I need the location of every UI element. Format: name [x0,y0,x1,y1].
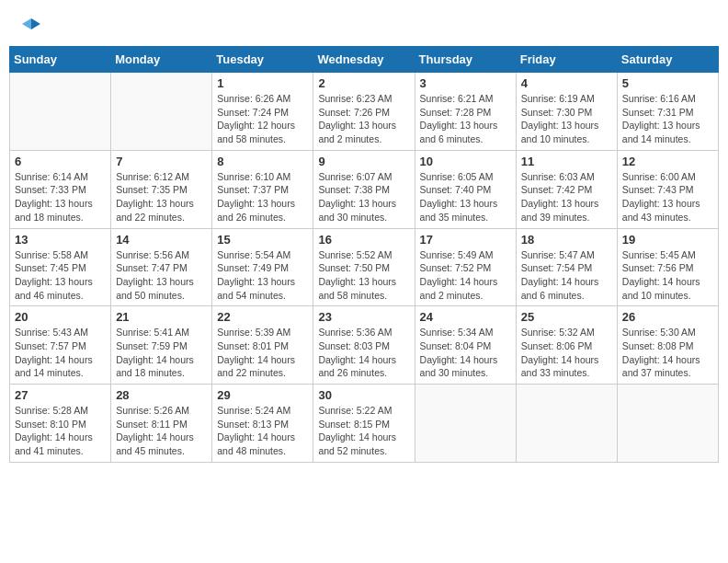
day-cell: 29Sunrise: 5:24 AMSunset: 8:13 PMDayligh… [212,385,313,463]
day-info: Sunrise: 5:34 AMSunset: 8:04 PMDaylight:… [420,326,511,380]
day-cell: 30Sunrise: 5:22 AMSunset: 8:15 PMDayligh… [313,385,415,463]
day-info: Sunrise: 5:26 AMSunset: 8:11 PMDaylight:… [116,404,207,458]
week-row-2: 6Sunrise: 6:14 AMSunset: 7:33 PMDaylight… [10,150,719,228]
day-cell: 22Sunrise: 5:39 AMSunset: 8:01 PMDayligh… [212,306,313,385]
day-cell: 8Sunrise: 6:10 AMSunset: 7:37 PMDaylight… [212,150,313,228]
day-info: Sunrise: 6:26 AMSunset: 7:24 PMDaylight:… [217,92,308,146]
day-number: 23 [318,310,409,324]
day-cell: 20Sunrise: 5:43 AMSunset: 7:57 PMDayligh… [10,306,111,385]
day-number: 12 [622,155,713,168]
day-cell: 28Sunrise: 5:26 AMSunset: 8:11 PMDayligh… [111,385,212,463]
calendar: SundayMondayTuesdayWednesdayThursdayFrid… [9,46,719,463]
day-number: 24 [420,310,511,324]
day-number: 27 [15,388,106,402]
day-cell: 2Sunrise: 6:23 AMSunset: 7:26 PMDaylight… [313,73,415,151]
day-info: Sunrise: 5:43 AMSunset: 7:57 PMDaylight:… [15,326,106,380]
weekday-header-wednesday: Wednesday [313,47,415,73]
weekday-header-sunday: Sunday [10,47,111,73]
day-number: 10 [420,155,511,168]
day-cell: 19Sunrise: 5:45 AMSunset: 7:56 PMDayligh… [617,228,718,306]
day-info: Sunrise: 5:54 AMSunset: 7:49 PMDaylight:… [217,248,308,303]
day-cell: 3Sunrise: 6:21 AMSunset: 7:28 PMDaylight… [415,73,516,151]
day-info: Sunrise: 6:00 AMSunset: 7:43 PMDaylight:… [622,170,713,224]
week-row-4: 20Sunrise: 5:43 AMSunset: 7:57 PMDayligh… [10,306,719,385]
day-info: Sunrise: 6:05 AMSunset: 7:40 PMDaylight:… [420,170,511,224]
day-number: 7 [116,155,207,168]
day-cell [617,385,718,463]
weekday-header-tuesday: Tuesday [212,47,313,73]
day-number: 8 [217,155,308,168]
day-info: Sunrise: 5:41 AMSunset: 7:59 PMDaylight:… [116,326,207,380]
svg-marker-0 [31,18,40,29]
day-cell: 1Sunrise: 6:26 AMSunset: 7:24 PMDaylight… [212,73,313,151]
day-number: 29 [217,388,308,402]
day-cell: 17Sunrise: 5:49 AMSunset: 7:52 PMDayligh… [415,228,516,306]
day-number: 11 [521,155,612,168]
day-number: 22 [217,310,308,324]
day-number: 2 [318,76,409,90]
day-cell: 21Sunrise: 5:41 AMSunset: 7:59 PMDayligh… [111,306,212,385]
day-cell [111,73,212,151]
weekday-header-monday: Monday [111,47,212,73]
day-number: 6 [15,155,106,168]
day-number: 21 [116,310,207,324]
day-number: 26 [622,310,713,324]
day-cell: 6Sunrise: 6:14 AMSunset: 7:33 PMDaylight… [10,150,111,228]
day-number: 3 [420,76,511,90]
day-number: 18 [521,233,612,247]
day-number: 17 [420,233,511,247]
day-number: 28 [116,388,207,402]
weekday-header-thursday: Thursday [415,47,516,73]
day-cell: 13Sunrise: 5:58 AMSunset: 7:45 PMDayligh… [10,228,111,306]
day-number: 9 [318,155,409,168]
day-info: Sunrise: 5:49 AMSunset: 7:52 PMDaylight:… [420,248,511,303]
day-cell: 18Sunrise: 5:47 AMSunset: 7:54 PMDayligh… [516,228,617,306]
day-info: Sunrise: 6:23 AMSunset: 7:26 PMDaylight:… [318,92,409,146]
day-number: 5 [622,76,713,90]
day-cell: 5Sunrise: 6:16 AMSunset: 7:31 PMDaylight… [617,73,718,151]
day-cell [516,385,617,463]
day-number: 14 [116,233,207,247]
day-info: Sunrise: 6:10 AMSunset: 7:37 PMDaylight:… [217,170,308,224]
day-info: Sunrise: 6:21 AMSunset: 7:28 PMDaylight:… [420,92,511,146]
day-cell: 10Sunrise: 6:05 AMSunset: 7:40 PMDayligh… [415,150,516,228]
day-info: Sunrise: 5:22 AMSunset: 8:15 PMDaylight:… [318,404,409,458]
day-number: 13 [15,233,106,247]
day-info: Sunrise: 5:36 AMSunset: 8:03 PMDaylight:… [318,326,409,380]
weekday-header-friday: Friday [516,47,617,73]
day-number: 20 [15,310,106,324]
day-info: Sunrise: 5:56 AMSunset: 7:47 PMDaylight:… [116,248,207,303]
day-info: Sunrise: 6:14 AMSunset: 7:33 PMDaylight:… [15,170,106,224]
day-number: 16 [318,233,409,247]
day-cell: 27Sunrise: 5:28 AMSunset: 8:10 PMDayligh… [10,385,111,463]
day-cell: 24Sunrise: 5:34 AMSunset: 8:04 PMDayligh… [415,306,516,385]
day-number: 19 [622,233,713,247]
day-number: 15 [217,233,308,247]
day-info: Sunrise: 6:16 AMSunset: 7:31 PMDaylight:… [622,92,713,146]
day-cell: 4Sunrise: 6:19 AMSunset: 7:30 PMDaylight… [516,73,617,151]
day-info: Sunrise: 5:52 AMSunset: 7:50 PMDaylight:… [318,248,409,303]
week-row-5: 27Sunrise: 5:28 AMSunset: 8:10 PMDayligh… [10,385,719,463]
weekday-header-saturday: Saturday [617,47,718,73]
day-info: Sunrise: 5:47 AMSunset: 7:54 PMDaylight:… [521,248,612,303]
day-info: Sunrise: 5:39 AMSunset: 8:01 PMDaylight:… [217,326,308,380]
day-number: 25 [521,310,612,324]
day-info: Sunrise: 6:03 AMSunset: 7:42 PMDaylight:… [521,170,612,224]
day-cell: 14Sunrise: 5:56 AMSunset: 7:47 PMDayligh… [111,228,212,306]
week-row-3: 13Sunrise: 5:58 AMSunset: 7:45 PMDayligh… [10,228,719,306]
day-cell: 25Sunrise: 5:32 AMSunset: 8:06 PMDayligh… [516,306,617,385]
logo [18,17,42,39]
day-cell: 15Sunrise: 5:54 AMSunset: 7:49 PMDayligh… [212,228,313,306]
day-cell [415,385,516,463]
day-info: Sunrise: 6:19 AMSunset: 7:30 PMDaylight:… [521,92,612,146]
day-cell: 11Sunrise: 6:03 AMSunset: 7:42 PMDayligh… [516,150,617,228]
day-info: Sunrise: 5:45 AMSunset: 7:56 PMDaylight:… [622,248,713,303]
weekday-header-row: SundayMondayTuesdayWednesdayThursdayFrid… [10,47,719,73]
day-number: 1 [217,76,308,90]
day-cell: 23Sunrise: 5:36 AMSunset: 8:03 PMDayligh… [313,306,415,385]
week-row-1: 1Sunrise: 6:26 AMSunset: 7:24 PMDaylight… [10,73,719,151]
day-cell [10,73,111,151]
day-info: Sunrise: 6:07 AMSunset: 7:38 PMDaylight:… [318,170,409,224]
logo-icon [20,17,42,39]
day-cell: 26Sunrise: 5:30 AMSunset: 8:08 PMDayligh… [617,306,718,385]
